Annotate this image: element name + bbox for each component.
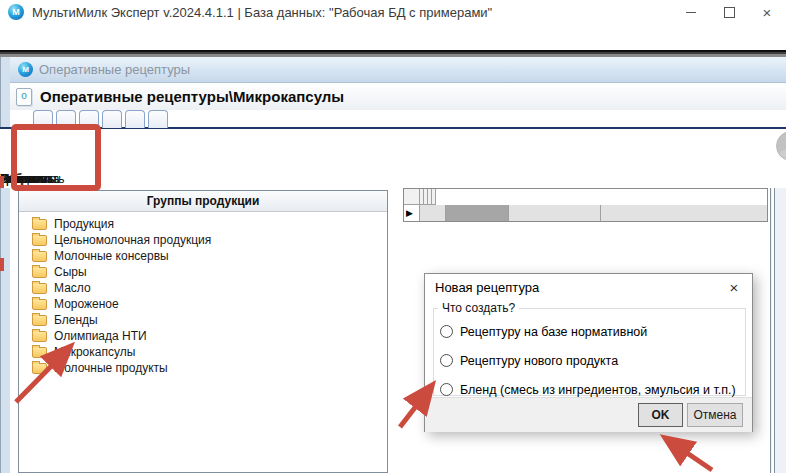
app-logo-icon bbox=[8, 4, 24, 20]
folder-icon bbox=[32, 347, 47, 358]
recipes-table bbox=[403, 188, 768, 222]
tree-chevron-icon[interactable] bbox=[19, 234, 31, 246]
dialog-close-icon[interactable]: × bbox=[716, 274, 752, 300]
mdi-window-title: Оперативные рецептуры bbox=[39, 62, 190, 77]
radio-button-icon[interactable] bbox=[440, 354, 453, 367]
cancel-button[interactable]: Отмена bbox=[687, 403, 743, 427]
mdi-window-title-bar: Оперативные рецептуры bbox=[10, 57, 786, 83]
app-title: МультиМилк Эксперт v.2024.4.1.1 | База д… bbox=[32, 5, 492, 20]
radio-group: Рецептуру на базе нормативной Рецептуру … bbox=[440, 317, 741, 404]
radio-option[interactable]: Рецептуру на базе нормативной bbox=[440, 317, 741, 346]
radio-button-icon[interactable] bbox=[440, 383, 453, 396]
tree-item[interactable]: Молочные продукты bbox=[19, 360, 387, 376]
table-cell bbox=[509, 205, 601, 221]
tree-item-label: Продукция bbox=[51, 217, 117, 232]
radio-option-label: Рецептуру на базе нормативной bbox=[460, 325, 647, 339]
window-right-frame bbox=[770, 188, 786, 473]
product-groups-panel: Группы продукции Продукция Цельномолочна… bbox=[18, 190, 388, 473]
tree-chevron-icon[interactable] bbox=[19, 298, 31, 310]
tree-item[interactable]: Масло bbox=[19, 280, 387, 296]
folder-icon bbox=[32, 235, 47, 246]
tree-panel-header: Группы продукции bbox=[19, 191, 387, 212]
tree-item[interactable]: Бленды bbox=[19, 312, 387, 328]
radio-option-label: Бленд (смесь из ингредиентов, эмульсия и… bbox=[460, 383, 736, 397]
table-row[interactable] bbox=[404, 205, 767, 221]
document-title: Оперативные рецептуры\Микрокапсулы bbox=[40, 88, 344, 105]
radio-option[interactable]: Рецептуру нового продукта bbox=[440, 346, 741, 375]
folder-icon bbox=[32, 363, 47, 374]
table-header-row bbox=[404, 189, 767, 205]
toolbar: Добавить Удалить Копировать Найти Открыт… bbox=[0, 129, 786, 188]
tree-chevron-icon[interactable] bbox=[19, 362, 31, 374]
folder-icon bbox=[32, 299, 47, 310]
tree-chevron-icon[interactable] bbox=[19, 346, 31, 358]
group-label: Что создать? bbox=[438, 301, 519, 315]
tree-item[interactable]: Цельномолочная продукция bbox=[19, 232, 387, 248]
tree-item-label: Цельномолочная продукция bbox=[51, 233, 214, 248]
tree-item-label: Сыры bbox=[51, 265, 90, 280]
maximize-button[interactable] bbox=[710, 0, 748, 24]
dialog-title-bar: Новая рецептура × bbox=[425, 274, 752, 300]
mdi-window-icon bbox=[18, 62, 33, 77]
app-title-bar: МультиМилк Эксперт v.2024.4.1.1 | База д… bbox=[0, 0, 786, 24]
tree-item-label: Микрокапсулы bbox=[51, 345, 138, 360]
ok-button[interactable]: OK bbox=[638, 403, 683, 427]
document-header: Оперативные рецептуры\Микрокапсулы bbox=[10, 83, 786, 110]
tree-item[interactable]: Молочные консервы bbox=[19, 248, 387, 264]
tree-item[interactable]: Мороженое bbox=[19, 296, 387, 312]
tree-item[interactable]: Микрокапсулы bbox=[19, 344, 387, 360]
tree-chevron-icon[interactable] bbox=[19, 314, 31, 326]
tree-chevron-icon[interactable] bbox=[19, 250, 31, 262]
tree-item[interactable]: Олимпиада НТИ bbox=[19, 328, 387, 344]
tree-item-label: Молочные консервы bbox=[51, 249, 172, 264]
minimize-button[interactable] bbox=[672, 0, 710, 24]
table-corner-cell bbox=[404, 189, 420, 205]
what-to-create-group: Что создать? Рецептуру на базе нормативн… bbox=[433, 308, 746, 396]
arrow-to-ok-button bbox=[668, 440, 712, 470]
dialog-footer: OK Отмена bbox=[425, 397, 752, 432]
table-cell-focused bbox=[446, 205, 509, 221]
product-groups-tree: Продукция Цельномолочная продукция Молоч… bbox=[19, 212, 387, 376]
close-button[interactable]: × bbox=[748, 0, 786, 24]
tree-chevron-icon[interactable] bbox=[19, 218, 31, 230]
folder-icon bbox=[32, 331, 47, 342]
tree-item[interactable]: Сыры bbox=[19, 264, 387, 280]
folder-icon bbox=[32, 219, 47, 230]
document-icon bbox=[16, 88, 32, 106]
radio-option-label: Рецептуру нового продукта bbox=[460, 354, 618, 368]
tree-item[interactable]: Продукция bbox=[19, 216, 387, 232]
row-selector-arrow-icon bbox=[404, 205, 420, 221]
dialog-title: Новая рецептура bbox=[435, 280, 539, 295]
tree-chevron-icon[interactable] bbox=[19, 282, 31, 294]
radio-button-icon[interactable] bbox=[440, 325, 453, 338]
table-cell bbox=[420, 205, 446, 221]
tree-item-label: Масло bbox=[51, 281, 94, 296]
tree-item-label: Олимпиада НТИ bbox=[51, 329, 150, 344]
new-recipe-dialog: Новая рецептура × Что создать? Рецептуру… bbox=[424, 273, 753, 432]
annotation-highlight-rectangle bbox=[11, 124, 101, 191]
folder-icon bbox=[32, 315, 47, 326]
annotation-edge-mark bbox=[0, 176, 4, 188]
tree-item-label: Бленды bbox=[51, 313, 101, 328]
folder-icon bbox=[32, 267, 47, 278]
tree-item-label: Мороженое bbox=[51, 297, 122, 312]
table-column-header[interactable] bbox=[432, 189, 436, 205]
tree-chevron-icon[interactable] bbox=[19, 330, 31, 342]
mdi-client-edge bbox=[0, 50, 786, 57]
menu-bar bbox=[0, 24, 786, 50]
table-cell bbox=[601, 205, 767, 221]
tree-chevron-icon[interactable] bbox=[19, 266, 31, 278]
folder-icon bbox=[32, 251, 47, 262]
tree-item-label: Молочные продукты bbox=[51, 361, 171, 376]
folder-icon bbox=[32, 283, 47, 294]
annotation-edge-mark bbox=[0, 258, 4, 271]
